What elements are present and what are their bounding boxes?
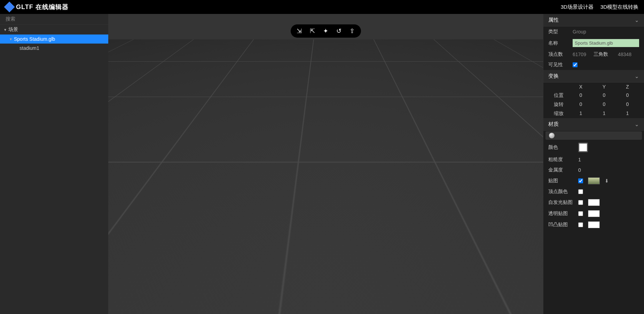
bump-checkbox[interactable] — [578, 222, 583, 227]
visibility-checkbox[interactable] — [573, 62, 578, 67]
header-links: 3D场景设计器 3D模型在线转换 — [561, 4, 638, 10]
dialog-subtitle: 将模型居中到场景中心 — [331, 82, 430, 89]
tree-item-child[interactable]: stadium1 — [0, 44, 108, 53]
material-item[interactable] — [545, 131, 642, 140]
hint-undo: 撤销：Ctrl+Z — [115, 306, 141, 313]
offset-y-input[interactable] — [384, 95, 397, 103]
map-checkbox[interactable] — [578, 178, 583, 183]
section-material[interactable]: 材质⌄ — [543, 118, 644, 131]
logo-icon — [4, 1, 15, 12]
download-icon[interactable]: ⬇ — [605, 178, 609, 184]
import-icon[interactable]: ⇲ — [296, 27, 303, 35]
axis-z-icon[interactable]: Z — [509, 288, 515, 293]
offset-z-input[interactable] — [412, 95, 425, 103]
dialog-title: 轴心居中 — [331, 70, 349, 76]
map-thumb[interactable] — [588, 177, 600, 184]
emissive-thumb[interactable] — [588, 199, 600, 206]
move-icon[interactable]: ✥ — [293, 292, 297, 297]
pos-y[interactable]: 0 — [592, 92, 616, 99]
rot-y[interactable]: 0 — [592, 101, 616, 108]
share-icon[interactable]: ⇪ — [348, 27, 356, 35]
name-input[interactable] — [573, 39, 639, 47]
scl-z[interactable]: 1 — [616, 110, 639, 117]
scene-tree: ▼场景 ▼Sports Stadium.glb stadium1 — [0, 25, 108, 314]
pos-z[interactable]: 0 — [616, 92, 639, 99]
stats-overlay: 物体 3 顶点 61709 三角形 48348 — [115, 277, 142, 298]
viewport[interactable]: ⇲ ⇱ ✦ ↺ ⇪ 轴心居中 ✕ 将模型居中到场景中心 偏移 X : Y : Z… — [108, 14, 543, 314]
axis-gizmo[interactable]: Y X Z — [509, 274, 533, 298]
chevron-down-icon: ▼ — [3, 28, 7, 32]
scale-icon[interactable]: ⛶ — [341, 292, 346, 297]
rot-z[interactable]: 0 — [616, 101, 639, 108]
export-icon[interactable]: ⇱ — [309, 27, 316, 35]
bump-thumb[interactable] — [588, 221, 600, 228]
reset-icon[interactable]: ↺ — [335, 27, 343, 35]
close-icon[interactable]: ✕ — [425, 70, 430, 76]
material-ball-icon — [549, 133, 555, 138]
left-panel: 搜索 ▼场景 ▼Sports Stadium.glb stadium1 — [0, 14, 108, 314]
section-attributes[interactable]: 属性⌄ — [543, 14, 644, 26]
model-preview — [221, 116, 430, 242]
top-toolbar: ⇲ ⇱ ✦ ↺ ⇪ — [291, 24, 361, 38]
offset-x-input[interactable] — [356, 95, 369, 103]
offset-label: 偏移 — [331, 96, 340, 102]
logo-block: GLTF 在线编辑器 — [6, 3, 69, 11]
axis-neg-icon — [518, 292, 524, 298]
app-title: GLTF 在线编辑器 — [16, 3, 69, 11]
link-model-convert[interactable]: 3D模型在线转换 — [600, 4, 638, 10]
rot-x[interactable]: 0 — [569, 101, 592, 108]
metalness-value[interactable]: 0 — [578, 167, 581, 173]
shortcut-bar: 撤销：Ctrl+Z 恢复：Ctrl+shift+Z 拷贝：Shift+D 删除：… — [108, 304, 543, 314]
hint-delete: 删除：Delete — [231, 306, 258, 313]
axis-x-icon[interactable]: X — [528, 288, 533, 293]
center-icon[interactable]: ✦ — [322, 27, 330, 35]
bottom-toolbar: ✥0.10 ↻1.00 ⛶0.01 — [287, 288, 365, 301]
type-value: Group — [573, 29, 586, 35]
alpha-thumb[interactable] — [588, 210, 600, 217]
center-dialog: 轴心居中 ✕ 将模型居中到场景中心 偏移 X : Y : Z : 确定 — [326, 66, 434, 126]
color-swatch[interactable] — [578, 143, 588, 152]
chevron-down-icon: ⌄ — [635, 73, 639, 79]
chevron-down-icon: ⌄ — [635, 121, 639, 128]
chevron-down-icon: ▼ — [9, 37, 13, 41]
hint-redo: 恢复：Ctrl+shift+Z — [149, 306, 186, 313]
rotate-icon[interactable]: ↻ — [317, 292, 321, 297]
roughness-value[interactable]: 1 — [578, 157, 581, 162]
section-transform[interactable]: 变换⌄ — [543, 70, 644, 83]
right-panel: 属性⌄ 类型Group 名称 顶点数61709 三角数48348 可见性 变换⌄… — [543, 14, 644, 314]
axis-neg-icon — [511, 277, 517, 283]
vertexcolor-checkbox[interactable] — [578, 189, 583, 194]
emissive-checkbox[interactable] — [578, 200, 583, 205]
tree-root[interactable]: ▼场景 — [0, 25, 108, 35]
chevron-down-icon: ⌄ — [635, 17, 639, 23]
confirm-button[interactable]: 确定 — [409, 110, 430, 121]
scl-x[interactable]: 1 — [569, 110, 592, 117]
axis-y-icon[interactable]: Y — [518, 274, 524, 279]
link-scene-designer[interactable]: 3D场景设计器 — [561, 4, 594, 10]
search-input[interactable]: 搜索 — [0, 14, 108, 25]
scl-y[interactable]: 1 — [592, 110, 616, 117]
axis-neg-icon — [526, 277, 532, 283]
pos-x[interactable]: 0 — [569, 92, 592, 99]
alpha-checkbox[interactable] — [578, 211, 583, 216]
hint-copy: 拷贝：Shift+D — [194, 306, 223, 313]
app-header: GLTF 在线编辑器 3D场景设计器 3D模型在线转换 — [0, 0, 644, 14]
hint-focus: 聚焦：F — [266, 306, 283, 313]
tree-item-file[interactable]: ▼Sports Stadium.glb — [0, 35, 108, 44]
